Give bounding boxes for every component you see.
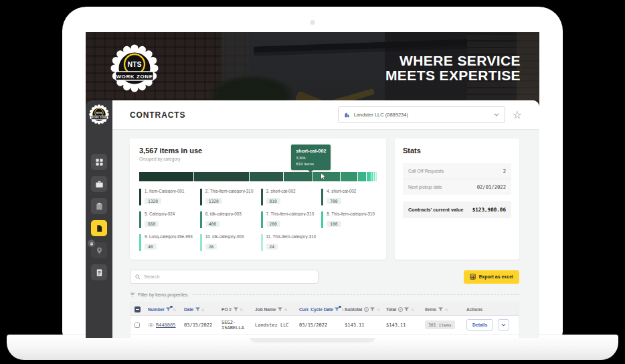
bar-segment[interactable] <box>194 172 248 181</box>
sidebar-nav: NTS WORK ZONE <box>86 100 112 338</box>
sidebar-logo[interactable]: NTS WORK ZONE <box>89 104 109 124</box>
sidebar-item-grid[interactable] <box>91 154 107 170</box>
column-header-po[interactable]: PO #↑↓ <box>221 307 255 312</box>
details-button[interactable]: Details <box>466 319 493 331</box>
stats-total-row: Contracts' current value $123,900.06 <box>403 201 511 218</box>
stat-value: 2 <box>503 168 506 174</box>
filter-row[interactable]: Filter by items properties <box>130 292 519 297</box>
legend-label: 7. This-item-category-310 <box>266 211 317 216</box>
column-header-select[interactable] <box>135 306 148 312</box>
legend-label: 1. Item-Category-001 <box>145 189 195 193</box>
legend-label: 10. idk-category-003 <box>205 234 256 239</box>
bar-segment[interactable] <box>284 172 312 181</box>
sidebar-item-briefcase[interactable] <box>91 176 107 192</box>
table-header-row: Number↑↓Date↓PO #↑↓Job Name↑↓Curr. Cycle… <box>130 303 519 316</box>
cell-job-name: Landstez LLC <box>255 323 299 328</box>
bar-segment[interactable] <box>367 172 371 181</box>
row-expand-button[interactable] <box>498 319 509 331</box>
stats-total-label: Contracts' current value <box>408 207 463 213</box>
legend-item[interactable]: 2. This-item-category-3101320 <box>200 189 256 205</box>
bar-segment[interactable] <box>341 172 357 181</box>
sort-icon[interactable]: ↑↓ <box>377 307 380 312</box>
info-icon[interactable]: i <box>364 307 369 312</box>
sort-icon[interactable]: ↑↓ <box>341 307 345 312</box>
tooltip-items: 810 items <box>296 161 326 166</box>
column-label: Number <box>148 307 165 312</box>
legend-item[interactable]: 11. This-item-category-31024 <box>261 234 317 251</box>
filter-funnel-icon[interactable] <box>438 307 443 312</box>
export-excel-label: Export as excel <box>479 274 513 279</box>
column-header-subtotal[interactable]: Subtotali↑↓ <box>345 307 386 312</box>
bar-segment[interactable] <box>358 172 366 181</box>
bar-segment[interactable] <box>374 172 375 181</box>
filter-funnel-icon[interactable] <box>370 307 375 312</box>
workzone-logo-badge: NTS WORK ZONE <box>110 44 159 92</box>
column-header-items[interactable]: Items↑↓ <box>425 307 466 312</box>
legend-item[interactable]: 5. Category-024660 <box>139 211 195 228</box>
sidebar-item-location-lock[interactable] <box>91 242 107 258</box>
account-selector[interactable]: Landster LLC (0889234) <box>338 106 505 123</box>
legend-item[interactable]: 8. This-item-category-310100 <box>321 211 377 228</box>
sidebar-item-report[interactable] <box>91 264 107 280</box>
filter-funnel-icon[interactable] <box>195 307 200 312</box>
bar-segment[interactable] <box>313 172 341 181</box>
table-body: R44888503/15/2022SEG2-ISABELLALandstez L… <box>130 316 519 335</box>
sort-icon[interactable]: ↑↓ <box>173 307 176 312</box>
tooltip-caret <box>308 170 313 173</box>
stat-label: Call Off Requests <box>408 169 444 173</box>
chart-subtitle: Grouped by category <box>139 157 377 161</box>
legend-label: 9. Long-category-title-993 <box>145 234 195 239</box>
items-count-badge: 301 items <box>425 321 455 329</box>
column-header-total[interactable]: Totali↑↓ <box>386 307 425 312</box>
column-header-curr-cycle-date[interactable]: Curr. Cycle Date↑↓ <box>299 307 345 312</box>
legend-item[interactable]: 6. idk-category-003400 <box>200 211 256 228</box>
filter-funnel-icon[interactable] <box>234 307 238 312</box>
filter-funnel-icon[interactable] <box>278 307 282 312</box>
bar-segment[interactable] <box>371 172 373 181</box>
sort-icon[interactable]: ↑↓ <box>411 307 414 312</box>
bar-segment[interactable] <box>250 172 283 181</box>
select-all-checkbox[interactable] <box>135 306 141 312</box>
legend-item[interactable]: 10. idk-category-00326 <box>200 234 256 251</box>
column-label: Curr. Cycle Date <box>299 307 333 312</box>
column-header-date[interactable]: Date↓ <box>184 307 221 312</box>
table-filler <box>130 335 519 338</box>
bar-segment[interactable] <box>376 172 377 181</box>
sidebar-item-contracts-document[interactable] <box>91 220 107 236</box>
legend-label: 2. This-item-category-310 <box>205 189 256 193</box>
row-checkbox[interactable] <box>135 323 140 328</box>
legend-item[interactable]: 7. This-item-category-310200 <box>261 211 317 228</box>
laptop-screen: NTS WORK ZONE WHERE SERVICE MEETS EXPERT… <box>62 7 563 339</box>
spreadsheet-icon <box>470 274 476 280</box>
laptop-base <box>7 335 618 360</box>
contract-number-link[interactable]: R448885 <box>156 323 176 328</box>
sort-icon[interactable]: ↑↓ <box>444 307 448 312</box>
app-window: NTS WORK ZONE CONTRACTS Landster L <box>86 100 539 338</box>
search-box[interactable] <box>130 270 319 284</box>
cell-date: 03/15/2022 <box>184 323 221 328</box>
eye-icon[interactable] <box>148 323 154 327</box>
column-header-number[interactable]: Number↑↓ <box>148 307 184 312</box>
sort-icon[interactable]: ↑↓ <box>240 307 243 312</box>
column-header-actions[interactable]: Actions <box>466 307 515 312</box>
hero-banner: NTS WORK ZONE WHERE SERVICE MEETS EXPERT… <box>86 32 539 107</box>
legend-item[interactable]: 9. Long-category-title-99340 <box>139 234 195 251</box>
info-icon[interactable]: i <box>398 307 403 312</box>
bar-segment[interactable] <box>139 172 193 181</box>
sort-icon[interactable]: ↑↓ <box>284 307 288 312</box>
legend-item[interactable]: 4. short-cat-002700 <box>321 189 377 205</box>
stacked-bar <box>139 172 377 181</box>
legend-value: 24 <box>266 244 278 250</box>
sidebar-item-clipboard[interactable] <box>91 198 107 214</box>
filter-funnel-icon[interactable] <box>404 307 409 312</box>
filter-label: Filter by items properties <box>138 292 187 297</box>
sort-desc-icon[interactable]: ↓ <box>201 307 204 312</box>
legend-item[interactable]: 3. short-cat-002810 <box>261 189 317 205</box>
legend-value: 1320 <box>205 198 222 204</box>
search-input[interactable] <box>144 274 313 280</box>
column-header-job-name[interactable]: Job Name↑↓ <box>255 307 299 312</box>
export-excel-button[interactable]: Export as excel <box>464 270 519 284</box>
favorite-star-icon[interactable]: ☆ <box>513 110 522 120</box>
legend-item[interactable]: 1. Item-Category-0011320 <box>139 189 195 205</box>
column-label: Job Name <box>255 307 276 312</box>
